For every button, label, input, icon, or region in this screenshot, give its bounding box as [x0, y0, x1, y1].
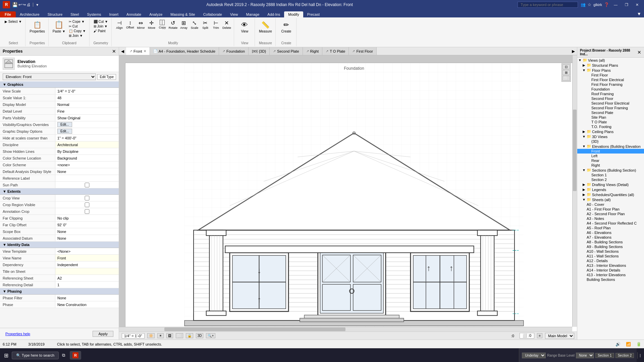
tab-collaborate[interactable]: Collaborate — [199, 11, 226, 17]
tree-second-floor-elec[interactable]: Second Floor Electrical — [577, 101, 644, 106]
mirror-btn[interactable]: ⇔Mirror — [136, 19, 146, 30]
tree-to-plate[interactable]: T O Plate — [577, 120, 644, 124]
tree-structural-plans[interactable]: ▶ 📁 Structural Plans — [577, 63, 644, 68]
tree-first-floor-elec[interactable]: First Floor Electrical — [577, 77, 644, 82]
tree-3d[interactable]: {3D} — [577, 139, 644, 144]
section-identity[interactable]: ▼ Identity Data — [0, 242, 119, 248]
tab-first-floor[interactable]: ↗ First Floor — [349, 47, 377, 55]
create-ribbon-btn[interactable]: ✏ Create — [279, 19, 293, 34]
project-browser-close[interactable]: ✕ — [637, 50, 641, 55]
shadows-btn[interactable]: ☀ — [157, 333, 164, 338]
tab-modify[interactable]: Modify — [284, 11, 303, 17]
tab-right[interactable]: ↗ Right — [303, 47, 323, 55]
model-mode-btn[interactable]: ⬜ :0 — [520, 333, 534, 339]
tree-schedules[interactable]: ▶ 📁 Schedules/Quantities (all) — [577, 192, 644, 197]
crop-view-checkbox[interactable] — [57, 196, 117, 200]
tree-a8[interactable]: A8 - Building Sections — [577, 240, 644, 244]
tab-analyze[interactable]: Analyze — [145, 11, 166, 17]
show-desktop-btn[interactable]: | — [637, 352, 643, 359]
zoom-sheet-btn[interactable]: ⬜ — [562, 76, 570, 81]
model-select[interactable]: Main Model — [545, 333, 574, 339]
tree-drafting[interactable]: ▶ 📁 Drafting Views (Detail) — [577, 182, 644, 187]
tab-second-plate[interactable]: ↗ Second Plate — [270, 47, 303, 55]
tree-to-footing[interactable]: T.O. Footing — [577, 124, 644, 129]
paste-btn[interactable]: 📋 Paste ▼ — [51, 19, 67, 34]
tab-expand[interactable]: ▼ — [634, 10, 644, 17]
crop-region-checkbox[interactable] — [57, 202, 117, 207]
tree-first-floor[interactable]: First Floor — [577, 73, 644, 77]
array-btn[interactable]: ⊞Array — [179, 19, 189, 30]
canvas-hscroll[interactable] — [119, 327, 572, 331]
tree-a0[interactable]: A0 - Cover — [577, 202, 644, 207]
tree-second-plate[interactable]: Second Plate — [577, 110, 644, 115]
tree-left[interactable]: Left — [577, 154, 644, 158]
restore-btn[interactable]: ❐ — [622, 2, 631, 8]
section-extents[interactable]: ▼ Extents — [0, 188, 119, 195]
measure-ribbon-btn[interactable]: 📏 Measure — [258, 19, 273, 34]
move-btn[interactable]: ✛Move — [147, 19, 157, 30]
section-graphics[interactable]: ▼ Graphics — [0, 81, 119, 88]
quick-drop[interactable]: ▼ — [36, 2, 39, 7]
tab-view[interactable]: View — [226, 11, 242, 17]
tree-a14[interactable]: A14 - Interior Details — [577, 268, 644, 273]
tree-a9[interactable]: A9 - Building Sections — [577, 244, 644, 249]
tab-insert[interactable]: Insert — [105, 11, 123, 17]
offset-btn[interactable]: ↕Offset — [125, 19, 135, 29]
scale-btn[interactable]: ⤡Scale — [190, 19, 200, 30]
minimize-btn[interactable]: — — [611, 2, 620, 7]
tree-3d-views[interactable]: ▼ 📁 3D Views — [577, 134, 644, 139]
gd-edit-btn[interactable]: Edit... — [57, 129, 72, 134]
tree-a5[interactable]: A5 - Roof Plan — [577, 226, 644, 230]
tree-a2[interactable]: A2 - Second Floor Plan — [577, 212, 644, 216]
tree-first-floor-framing[interactable]: First Floor Framing — [577, 82, 644, 87]
tree-a4[interactable]: A4 - Second Floor Reflected C — [577, 221, 644, 226]
tree-a13[interactable]: A13 - Interior Elevations — [577, 263, 644, 268]
status-icons-btn[interactable]: 🔊 — [615, 342, 621, 347]
tree-site-plan[interactable]: Site Plan — [577, 115, 644, 120]
tab-to-plate[interactable]: ↗ T O Plate — [322, 47, 349, 55]
thin-lines-btn[interactable]: ≡ — [537, 333, 542, 338]
tree-second-floor-framing[interactable]: Second Floor Framing — [577, 106, 644, 110]
join-geo-btn[interactable]: ⊞ Join ▼ — [92, 24, 109, 28]
tab-front[interactable]: ↗ Front ✕ — [126, 47, 150, 55]
tree-second-floor[interactable]: Second Floor — [577, 96, 644, 101]
properties-help-link[interactable]: Properties help — [3, 330, 33, 337]
start-btn[interactable]: ⊞ — [1, 351, 11, 360]
section2-btn[interactable]: Section 2 — [615, 353, 634, 358]
delete-btn[interactable]: ✕Delete — [222, 19, 232, 30]
tree-section2[interactable]: Section 2 — [577, 177, 644, 182]
file-menu[interactable]: File — [0, 11, 16, 17]
redo-btn[interactable]: ↪ — [22, 2, 26, 7]
canvas-vscroll[interactable] — [572, 55, 577, 327]
underlay-select[interactable]: Underlay — [522, 353, 546, 358]
vg-edit-btn[interactable]: Edit... — [57, 122, 72, 127]
tree-sections[interactable]: ▼ 📁 Sections (Building Section) — [577, 168, 644, 173]
section-phasing[interactable]: ▼ Phasing — [0, 288, 119, 295]
align-btn[interactable]: ⊣Align — [114, 19, 124, 30]
tree-building-sections[interactable]: Building Sections — [577, 277, 644, 282]
hide-lines-btn[interactable]: 🔆 — [147, 333, 155, 338]
search-input[interactable] — [518, 2, 578, 8]
tab-addins[interactable]: Add-Ins — [263, 11, 284, 17]
tab-architecture[interactable]: Architecture — [16, 11, 44, 17]
properties-panel-close[interactable]: ✕ — [112, 49, 116, 54]
tab-foundation[interactable]: ↗ Foundation — [219, 47, 249, 55]
trim-btn[interactable]: ⊢Trim — [211, 19, 221, 30]
annotation-crop-checkbox[interactable] — [57, 209, 117, 214]
tab-annotate[interactable]: Annotate — [122, 11, 145, 17]
elevation-select[interactable]: Elevation: Front — [3, 73, 96, 80]
tree-a7[interactable]: A7 - Elevations — [577, 235, 644, 240]
tree-foundation[interactable]: Foundation — [577, 87, 644, 92]
cut-btn[interactable]: ✂ Cut — [67, 24, 87, 28]
rotate-btn[interactable]: ↺Rotate — [168, 19, 178, 30]
copy-modify-btn[interactable]: ⿰Copy — [157, 19, 167, 29]
tab-a4[interactable]: 📄 A4 - Foundation, Header Schedule — [150, 47, 219, 55]
tree-floor-plans[interactable]: ▼ 📁 Floor Plans — [577, 68, 644, 73]
render-btn[interactable]: 🖼 — [166, 333, 173, 338]
revit-taskbar-item[interactable]: R — [70, 351, 81, 360]
tree-413[interactable]: 413 - Interior Elevations — [577, 273, 644, 277]
sun-path-checkbox[interactable] — [57, 183, 117, 187]
help-btn[interactable]: ❓ — [604, 2, 609, 7]
zoom-full-btn[interactable]: ⊡ — [562, 64, 570, 69]
collab-btn[interactable]: 👥 — [581, 2, 586, 7]
